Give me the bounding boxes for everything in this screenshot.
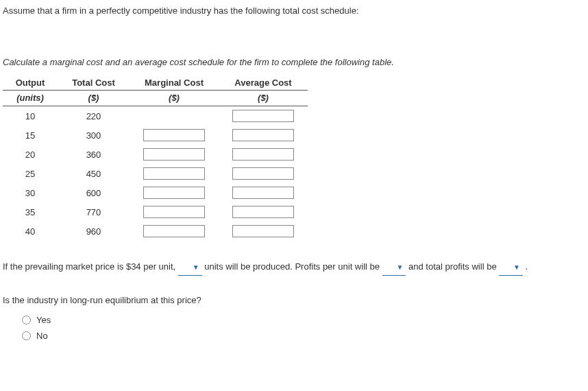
sentence-part4: .	[526, 261, 528, 272]
cell-average-cost	[219, 222, 308, 241]
cell-total-cost: 450	[58, 164, 130, 183]
cell-output: 10	[3, 106, 58, 126]
equilibrium-question: Is the industry in long-run equilibrium …	[3, 295, 583, 305]
input-average-cost[interactable]	[232, 110, 294, 122]
header-total-cost-sub: ($)	[58, 91, 130, 106]
input-average-cost[interactable]	[232, 187, 294, 199]
header-output-sub: (units)	[3, 91, 58, 106]
table-row: 10220	[3, 106, 308, 126]
cell-total-cost: 960	[58, 222, 130, 241]
input-marginal-cost[interactable]	[143, 167, 205, 180]
header-marginal-cost: Marginal Cost	[130, 75, 219, 91]
cell-marginal-cost	[130, 222, 219, 241]
cell-marginal-cost	[130, 183, 219, 202]
input-average-cost[interactable]	[232, 129, 294, 141]
table-row: 40960	[3, 222, 308, 241]
cost-table: Output Total Cost Marginal Cost Average …	[3, 75, 308, 241]
input-marginal-cost[interactable]	[143, 148, 205, 161]
input-average-cost[interactable]	[232, 167, 294, 180]
cell-average-cost	[219, 126, 308, 145]
header-average-cost: Average Cost	[219, 75, 308, 91]
sentence-part2: units will be produced. Profits per unit…	[204, 261, 380, 272]
input-marginal-cost[interactable]	[143, 225, 205, 237]
cell-average-cost	[219, 202, 308, 222]
cell-marginal-cost	[130, 164, 219, 183]
cell-average-cost	[219, 106, 308, 126]
table-row: 15300	[3, 126, 308, 145]
table-row: 30600	[3, 183, 308, 202]
table-row: 20360	[3, 145, 308, 164]
cell-output: 30	[3, 183, 58, 202]
radio-yes[interactable]	[22, 316, 31, 324]
cell-output: 35	[3, 202, 58, 222]
header-total-cost: Total Cost	[58, 75, 130, 91]
radio-row-no[interactable]: No	[22, 331, 583, 341]
input-average-cost[interactable]	[232, 206, 294, 218]
dropdown-units[interactable]: ▼	[178, 260, 202, 276]
radio-row-yes[interactable]: Yes	[22, 315, 583, 325]
cell-average-cost	[219, 145, 308, 164]
header-marginal-cost-sub: ($)	[130, 91, 219, 106]
table-row: 35770	[3, 202, 308, 222]
input-marginal-cost[interactable]	[143, 206, 205, 218]
cell-total-cost: 360	[58, 145, 130, 164]
header-average-cost-sub: ($)	[219, 91, 308, 106]
cell-output: 25	[3, 164, 58, 183]
cell-average-cost	[219, 183, 308, 202]
chevron-down-icon: ▼	[396, 263, 403, 271]
cell-marginal-cost	[130, 145, 219, 164]
intro-text: Assume that a firm in a perfectly compet…	[3, 5, 583, 16]
input-marginal-cost[interactable]	[143, 187, 205, 199]
cell-marginal-cost	[130, 106, 219, 126]
cell-average-cost	[219, 164, 308, 183]
cell-total-cost: 770	[58, 202, 130, 222]
cell-total-cost: 220	[58, 106, 130, 126]
input-marginal-cost[interactable]	[143, 129, 205, 141]
cell-output: 20	[3, 145, 58, 164]
table-row: 25450	[3, 164, 308, 183]
radio-no[interactable]	[22, 331, 31, 340]
cell-total-cost: 300	[58, 126, 130, 145]
header-output: Output	[3, 75, 58, 91]
cell-output: 40	[3, 222, 58, 241]
input-average-cost[interactable]	[232, 148, 294, 161]
input-average-cost[interactable]	[232, 225, 294, 237]
instruction-text: Calculate a marginal cost and an average…	[3, 57, 583, 67]
cell-total-cost: 600	[58, 183, 130, 202]
radio-yes-label: Yes	[36, 315, 51, 325]
fill-sentence: If the prevailing market price is $34 pe…	[3, 260, 583, 276]
dropdown-total-profit[interactable]: ▼	[499, 260, 523, 276]
chevron-down-icon: ▼	[193, 263, 199, 271]
sentence-part1: If the prevailing market price is $34 pe…	[3, 261, 175, 272]
dropdown-profit-per-unit[interactable]: ▼	[382, 260, 406, 276]
cell-output: 15	[3, 126, 58, 145]
radio-no-label: No	[36, 331, 48, 341]
sentence-part3: and total profits will be	[408, 261, 497, 272]
chevron-down-icon: ▼	[513, 263, 520, 271]
cell-marginal-cost	[130, 126, 219, 145]
cell-marginal-cost	[130, 202, 219, 222]
